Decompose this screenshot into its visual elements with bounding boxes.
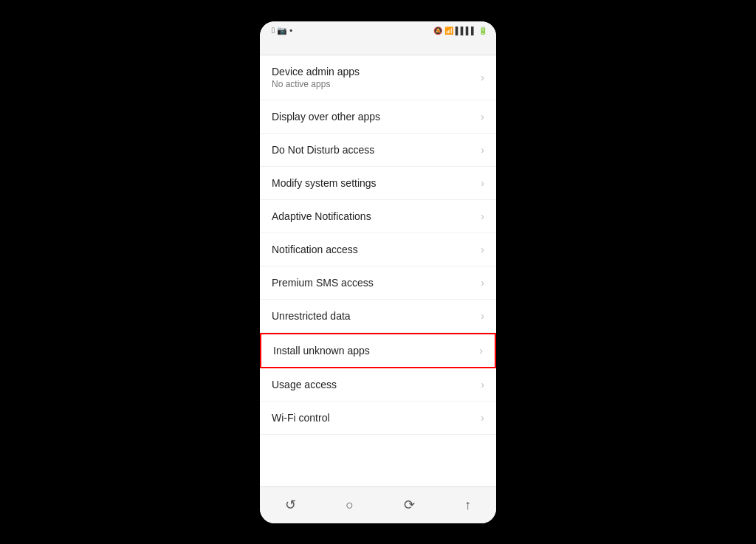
dnd-icon: 🔕 bbox=[433, 27, 442, 35]
chevron-icon-usage-access: › bbox=[481, 379, 484, 390]
chevron-icon-unrestricted-data: › bbox=[481, 310, 484, 322]
item-label-do-not-disturb: Do Not Disturb access bbox=[272, 144, 374, 156]
item-text-group-device-admin: Device admin appsNo active apps bbox=[272, 66, 360, 89]
chevron-icon-notif-access: › bbox=[481, 244, 484, 255]
item-text-group-display-over: Display over other apps bbox=[272, 111, 380, 123]
header bbox=[260, 40, 496, 55]
item-sublabel-device-admin: No active apps bbox=[272, 79, 360, 89]
phone-frame:  📷 • 🔕 📶 ▌▌▌▌ 🔋 Device admin appsNo act… bbox=[260, 21, 496, 523]
settings-list: Device admin appsNo active apps›Display … bbox=[260, 55, 496, 486]
list-item-notif-access[interactable]: Notification access› bbox=[260, 233, 496, 266]
item-text-group-install-unknown: Install unknown apps bbox=[273, 345, 370, 357]
item-label-notif-access: Notification access bbox=[272, 244, 358, 255]
item-text-group-premium-sms: Premium SMS access bbox=[272, 277, 374, 289]
item-text-group-notif-access: Notification access bbox=[272, 244, 358, 255]
battery-icon: 🔋 bbox=[478, 27, 487, 35]
chevron-icon-install-unknown: › bbox=[479, 345, 483, 357]
list-item-modify-system[interactable]: Modify system settings› bbox=[260, 167, 496, 200]
item-text-group-unrestricted-data: Unrestricted data bbox=[272, 310, 351, 322]
item-label-modify-system: Modify system settings bbox=[272, 177, 377, 189]
item-label-adaptive-notif: Adaptive Notifications bbox=[272, 210, 371, 222]
item-label-premium-sms: Premium SMS access bbox=[272, 277, 374, 289]
item-text-group-adaptive-notif: Adaptive Notifications bbox=[272, 210, 371, 222]
list-item-adaptive-notif[interactable]: Adaptive Notifications› bbox=[260, 200, 496, 233]
item-label-usage-access: Usage access bbox=[272, 379, 337, 390]
chevron-icon-display-over: › bbox=[481, 111, 484, 123]
chevron-icon-device-admin: › bbox=[481, 72, 484, 83]
item-label-unrestricted-data: Unrestricted data bbox=[272, 310, 351, 322]
recent-apps-button[interactable]: ↺ bbox=[279, 491, 302, 519]
status-right-icons: 🔕 📶 ▌▌▌▌ 🔋 bbox=[433, 27, 487, 35]
item-label-wifi-control: Wi-Fi control bbox=[272, 412, 330, 424]
item-text-group-modify-system: Modify system settings bbox=[272, 177, 377, 189]
status-time-group:  📷 • bbox=[269, 26, 292, 35]
item-label-device-admin: Device admin apps bbox=[272, 66, 360, 78]
status-bar:  📷 • 🔕 📶 ▌▌▌▌ 🔋 bbox=[260, 21, 496, 40]
list-item-do-not-disturb[interactable]: Do Not Disturb access› bbox=[260, 134, 496, 167]
bottom-nav: ↺ ○ ⟳ ↑ bbox=[260, 486, 496, 523]
chevron-icon-adaptive-notif: › bbox=[481, 210, 484, 222]
item-label-display-over: Display over other apps bbox=[272, 111, 380, 123]
list-item-premium-sms[interactable]: Premium SMS access› bbox=[260, 266, 496, 300]
item-text-group-do-not-disturb: Do Not Disturb access bbox=[272, 144, 374, 156]
list-item-wifi-control[interactable]: Wi-Fi control› bbox=[260, 402, 496, 435]
list-item-display-over[interactable]: Display over other apps› bbox=[260, 100, 496, 134]
list-item-device-admin[interactable]: Device admin appsNo active apps› bbox=[260, 55, 496, 100]
status-apps-icons:  📷 • bbox=[272, 26, 292, 35]
chevron-icon-premium-sms: › bbox=[481, 277, 484, 289]
chevron-icon-wifi-control: › bbox=[481, 412, 484, 424]
list-item-unrestricted-data[interactable]: Unrestricted data› bbox=[260, 300, 496, 333]
item-label-install-unknown: Install unknown apps bbox=[273, 345, 370, 357]
chevron-icon-do-not-disturb: › bbox=[481, 144, 484, 156]
home-button[interactable]: ○ bbox=[340, 492, 360, 519]
list-item-usage-access[interactable]: Usage access› bbox=[260, 368, 496, 402]
list-item-install-unknown[interactable]: Install unknown apps› bbox=[260, 333, 496, 368]
wifi-icon: 📶 bbox=[444, 27, 453, 35]
back-nav-button[interactable]: ⟳ bbox=[398, 491, 421, 519]
chevron-icon-modify-system: › bbox=[481, 177, 484, 189]
item-text-group-usage-access: Usage access bbox=[272, 379, 337, 390]
menu-button[interactable]: ↑ bbox=[458, 492, 477, 519]
item-text-group-wifi-control: Wi-Fi control bbox=[272, 412, 330, 424]
signal-icon: ▌▌▌▌ bbox=[456, 27, 476, 35]
